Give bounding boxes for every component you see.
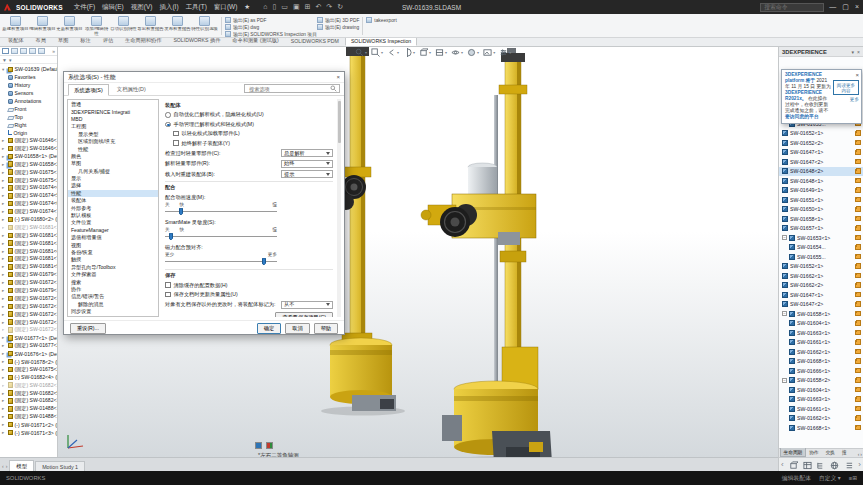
tree-item[interactable]: ▸SW-01677<1> (Default) <De (0, 334, 57, 342)
menu-item[interactable]: 工具(T) (186, 3, 207, 12)
quick-access-icon[interactable]: ↻ (337, 3, 343, 11)
tree-item[interactable]: ▸(固定) SW-01677<2> (Default) (0, 342, 57, 350)
tree-item[interactable]: ▸(固定) SW-01672<14> (Default (0, 310, 57, 318)
tree-item[interactable]: ▸(固定) SW-01646<2> (0, 145, 57, 153)
tree-item[interactable]: ▸(固定) SW-01682<1> (0, 381, 57, 389)
options-category[interactable]: 解除的消息 (68, 301, 158, 308)
viewport-mini-icon[interactable] (255, 442, 262, 449)
options-category[interactable]: 显示 (68, 175, 158, 182)
close-icon[interactable]: × (855, 3, 859, 11)
expand-icon[interactable]: ▸ (2, 264, 6, 269)
options-category[interactable]: 工程图 (68, 123, 158, 130)
options-category[interactable]: 装配体 (68, 197, 158, 204)
tab-system-options[interactable]: 系统选项(S) (68, 84, 109, 96)
tree-item[interactable]: ▸(固定) SW-01672<12> (0, 294, 57, 302)
dropdown-select[interactable]: 从不 (281, 301, 333, 309)
radio-icon[interactable] (165, 112, 171, 118)
expand-icon[interactable]: ▸ (2, 327, 6, 332)
cm-button[interactable]: 添加/编辑特性 (83, 15, 110, 37)
options-category[interactable]: 视图 (68, 241, 158, 248)
component-row[interactable]: SW-01647<1> (779, 290, 863, 300)
component-row[interactable]: SW-01662<1> (779, 414, 863, 424)
dialog-scrollbar[interactable] (337, 99, 341, 317)
expand-icon[interactable]: ▸ (2, 414, 6, 419)
component-row[interactable]: SW-01662<1> (779, 347, 863, 357)
reset-button[interactable]: 重设(R)... (70, 323, 106, 334)
component-row[interactable]: SW-01668<1> (779, 357, 863, 367)
expand-icon[interactable]: ▸ (2, 422, 6, 427)
expand-icon[interactable]: ▸ (2, 288, 6, 293)
chevron-down-icon[interactable]: ▾ (461, 50, 463, 55)
expand-icon[interactable]: ▸ (2, 201, 6, 206)
tab-configurations[interactable] (20, 48, 27, 54)
expand-icon[interactable]: ▸ (2, 272, 6, 277)
component-row[interactable]: SW-01668<1> (779, 423, 863, 433)
options-category[interactable]: 选择 (68, 182, 158, 189)
chevron-down-icon[interactable]: ▾ (493, 50, 495, 55)
apply-scene-icon[interactable] (483, 48, 492, 57)
expand-icon[interactable]: ▸ (2, 154, 6, 159)
chevron-down-icon[interactable]: ▾ (445, 50, 447, 55)
tree-item[interactable]: ▸(-) SW-01671<2> (Default) <C (0, 421, 57, 429)
quick-access-icon[interactable]: ⌂ (263, 3, 267, 11)
expand-icon[interactable]: ▸ (2, 398, 6, 403)
options-category[interactable]: 协作 (68, 286, 158, 293)
menu-item[interactable]: 编辑(E) (102, 3, 124, 12)
help-button[interactable]: 帮助 (314, 323, 338, 334)
tree-item[interactable]: Front (0, 105, 57, 113)
collapse-icon[interactable]: − (782, 311, 787, 316)
tree-item[interactable]: ▸(固定) SW-01674<5> (0, 192, 57, 200)
expand-icon[interactable]: ▸ (2, 146, 6, 151)
checkbox-icon[interactable] (165, 292, 171, 298)
slider-track[interactable] (165, 207, 277, 215)
tree-item[interactable]: ▸(固定) SW-01681<2> (0, 231, 57, 239)
view-settings-icon[interactable] (499, 48, 508, 57)
expand-icon[interactable]: ▸ (2, 383, 6, 388)
ok-button[interactable]: 确定 (257, 323, 281, 334)
filter-dropdown-icon[interactable]: ▾ (9, 57, 12, 63)
zoom-area-icon[interactable] (371, 48, 380, 57)
maximize-icon[interactable]: ▢ (842, 3, 849, 11)
component-row[interactable]: SW-01652<1> (779, 262, 863, 272)
quick-access-icon[interactable]: ↷ (326, 3, 332, 11)
expand-icon[interactable]: ▸ (2, 367, 6, 372)
quick-access-icon[interactable]: ▣ (293, 3, 300, 11)
quick-access-icon[interactable]: ⊞ (305, 3, 311, 11)
tree-item[interactable]: ▸(固定) SW-01675<2> (Default) (0, 365, 57, 373)
dropdown-select[interactable]: 提示 (281, 170, 333, 178)
takeexport-button[interactable]: takeexport (366, 17, 396, 23)
component-row[interactable]: SW-01650<1> (779, 205, 863, 215)
machine-b[interactable] (421, 48, 558, 457)
slider-thumb[interactable] (262, 258, 267, 265)
expand-icon[interactable]: ▸ (2, 249, 6, 254)
menu-item[interactable]: 视图(V) (131, 3, 153, 12)
expand-icon[interactable]: ▸ (2, 335, 6, 340)
checkbox-icon[interactable] (173, 140, 179, 146)
customize-button[interactable]: 自定义 ▾ (819, 474, 841, 483)
tree-item[interactable]: Annotations (0, 97, 57, 105)
expand-icon[interactable]: ▸ (2, 178, 6, 183)
component-row[interactable]: SW-01652<1> (779, 129, 863, 139)
menu-item[interactable]: 窗口(W) (214, 3, 237, 12)
filter-funnel-icon[interactable]: ▼ (2, 57, 7, 63)
tree-item[interactable]: History (0, 81, 57, 89)
component-row[interactable]: SW-01655... (779, 252, 863, 262)
expand-icon[interactable]: ▸ (2, 138, 6, 143)
collapse-icon[interactable]: − (782, 378, 787, 383)
notice-close-icon[interactable]: × (855, 72, 859, 78)
expand-icon[interactable]: ▸ (2, 312, 6, 317)
expand-icon[interactable]: ▸ (2, 320, 6, 325)
hide-show-icon[interactable] (451, 48, 460, 57)
tree-item[interactable]: ▸(固定) SW-01681<7> (0, 255, 57, 263)
options-category[interactable]: 文件位置 (68, 219, 158, 226)
tree-item[interactable]: ▸(固定) SW-01675<2> (0, 176, 57, 184)
component-row[interactable]: −SW-01653<1> (779, 233, 863, 243)
chevron-down-icon[interactable]: ▾ (413, 50, 415, 55)
component-row[interactable]: SW-01647<2> (779, 157, 863, 167)
command-search-input[interactable] (760, 3, 824, 12)
tree-item[interactable]: ▸(固定) SW-01682<3> (Default) (0, 397, 57, 405)
component-row[interactable]: SW-01662<1> (779, 271, 863, 281)
minimize-icon[interactable]: — (829, 3, 836, 11)
options-category[interactable]: MBD (68, 116, 158, 123)
edit-appearance-icon[interactable] (467, 48, 476, 57)
